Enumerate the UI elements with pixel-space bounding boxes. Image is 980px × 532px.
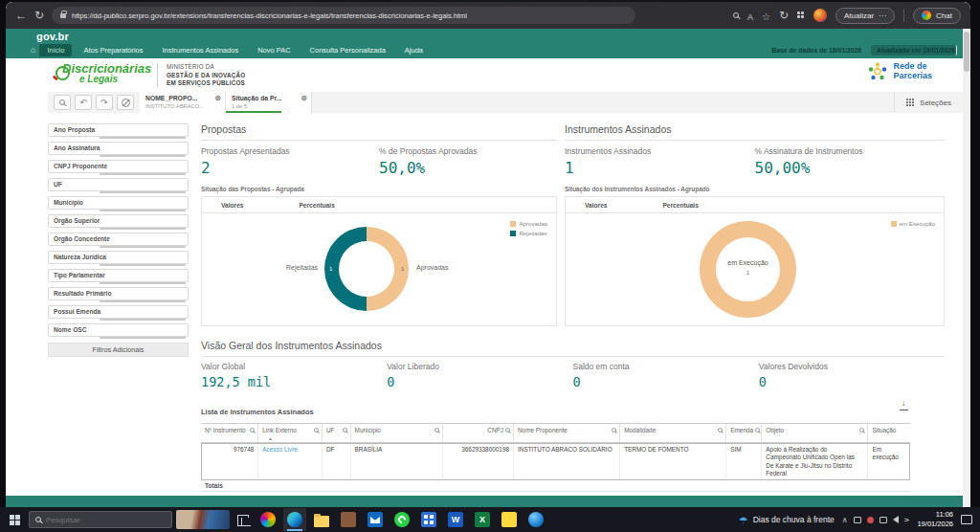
tray-app-icon[interactable] xyxy=(880,517,887,523)
taskbar-edge[interactable] xyxy=(283,508,306,531)
filter-ano-assinatura[interactable]: Ano Assinatura xyxy=(48,142,189,155)
column-search-icon[interactable] xyxy=(505,428,510,432)
back-icon[interactable] xyxy=(15,10,27,21)
filter-municipio[interactable]: Município xyxy=(48,196,189,210)
filter-natureza-juridica[interactable]: Natureza Jurídica xyxy=(48,251,189,264)
chip-close-icon[interactable] xyxy=(301,94,307,102)
download-icon[interactable] xyxy=(900,400,910,410)
cell-modalidade[interactable]: TERMO DE FOMENTO xyxy=(619,443,725,480)
toggle-percentuais[interactable]: Percentuais xyxy=(662,202,698,209)
taskbar-search[interactable] xyxy=(29,511,172,528)
toggle-valores[interactable]: Valores xyxy=(585,202,607,209)
col-header-cnpj[interactable]: CNPJ xyxy=(442,424,513,442)
cell-objeto[interactable]: Apoio à Realização do Campeonato Unifica… xyxy=(761,443,867,480)
col-header-uf[interactable]: UF xyxy=(322,424,350,442)
read-aloud-icon[interactable] xyxy=(747,7,753,24)
start-button[interactable] xyxy=(4,509,25,530)
cell-municipio[interactable]: BRASÍLIA xyxy=(350,443,442,480)
widgets-thumbnail[interactable] xyxy=(176,510,230,529)
step-back-button[interactable] xyxy=(75,95,92,110)
taskbar-store[interactable] xyxy=(337,508,360,531)
col-header-nome-proponente[interactable]: Nome Proponente xyxy=(513,424,619,442)
taskbar-sticky-notes[interactable] xyxy=(498,508,521,531)
column-search-icon[interactable] xyxy=(859,428,864,432)
nav-ajuda[interactable]: Ajuda xyxy=(397,44,431,56)
more-options-icon[interactable] xyxy=(879,11,886,20)
col-header-objeto[interactable]: Objeto xyxy=(761,424,867,442)
cell-cnpj[interactable]: 36629338000198 xyxy=(442,443,513,480)
nav-consulta-personalizada[interactable]: Consulta Personalizada xyxy=(302,44,393,56)
legend-aprovadas[interactable]: Aprovadas xyxy=(510,220,547,227)
filter-cnpj-proponente[interactable]: CNPJ Proponente xyxy=(48,160,189,173)
cell-n-instrumento[interactable]: 976748 xyxy=(201,443,257,480)
address-bar[interactable]: https://dd-publico.serpro.gov.br/extensi… xyxy=(52,7,635,24)
taskbar-browser-ball[interactable] xyxy=(524,508,547,531)
filter-orgao-superior[interactable]: Órgão Superior xyxy=(48,214,189,228)
col-header-modalidade[interactable]: Modalidade xyxy=(619,424,725,442)
clear-selections-button[interactable] xyxy=(117,95,134,110)
extensions-icon[interactable] xyxy=(797,11,805,19)
toggle-percentuais[interactable]: Percentuais xyxy=(299,202,334,209)
sync-icon[interactable] xyxy=(779,10,789,21)
atualizar-button[interactable]: Atualizar xyxy=(835,8,895,24)
task-view-button[interactable] xyxy=(234,510,253,529)
weather-widget[interactable]: Dias de chuva à frente xyxy=(739,511,835,528)
tray-display-icon[interactable] xyxy=(854,517,861,523)
tray-security-icon[interactable] xyxy=(867,517,874,523)
network-icon[interactable] xyxy=(902,517,911,522)
tray-chevron-icon[interactable] xyxy=(842,516,848,524)
taskbar-copilot[interactable] xyxy=(256,508,279,531)
taskbar-clock[interactable]: 11:06 19/01/2026 xyxy=(917,510,953,529)
chat-button[interactable]: Chat xyxy=(913,8,961,24)
column-search-icon[interactable] xyxy=(718,428,723,432)
column-search-icon[interactable] xyxy=(314,428,319,432)
col-header-municipio[interactable]: Município xyxy=(350,424,442,442)
col-header-situacao[interactable]: Situação xyxy=(867,424,909,442)
col-header-n-instrumento[interactable]: Nº Instrumento xyxy=(201,424,257,442)
column-search-icon[interactable] xyxy=(755,428,760,432)
column-search-icon[interactable] xyxy=(250,428,255,432)
nav-instrumentos-assinados[interactable]: Instrumentos Assinados xyxy=(155,44,247,56)
taskbar-whatsapp[interactable] xyxy=(390,508,413,531)
filter-possui-emenda[interactable]: Possuí Emenda xyxy=(48,305,189,319)
filter-chip-situacao[interactable]: Situação da Pr... 1 de 5 xyxy=(226,92,312,113)
legend-em-execucao[interactable]: em Execução xyxy=(891,220,936,227)
zoom-icon[interactable] xyxy=(733,12,739,18)
profile-avatar[interactable] xyxy=(813,9,827,22)
legend-rejeitadas[interactable]: Rejeitadas xyxy=(510,230,547,236)
nav-novo-pac[interactable]: Novo PAC xyxy=(250,44,298,56)
filter-ano-proposta[interactable]: Ano Proposta xyxy=(48,123,189,137)
column-search-icon[interactable] xyxy=(434,428,439,432)
selections-tool-button[interactable] xyxy=(54,95,71,110)
filtros-adicionais-button[interactable]: Filtros Adicionais xyxy=(48,343,189,357)
taskbar-calculator[interactable] xyxy=(417,508,440,531)
cell-emenda[interactable]: SIM xyxy=(725,443,761,480)
url-text[interactable]: https://dd-publico.serpro.gov.br/extensi… xyxy=(72,11,467,20)
filter-tipo-parlamentar[interactable]: Tipo Parlamentar xyxy=(48,269,189,282)
cell-nome-proponente[interactable]: INSTITUTO ABRACO SOLIDARIO xyxy=(513,443,619,480)
col-header-emenda[interactable]: Emenda xyxy=(725,424,761,442)
taskbar-excel[interactable]: X xyxy=(471,508,494,531)
page-scrollbar[interactable] xyxy=(963,29,970,507)
home-icon[interactable] xyxy=(31,45,35,55)
filter-nome-osc[interactable]: Nome OSC xyxy=(48,323,189,337)
favorites-icon[interactable] xyxy=(762,7,770,24)
chip-close-icon[interactable] xyxy=(214,94,221,102)
nav-atos-preparatorios[interactable]: Atos Preparatórios xyxy=(76,44,150,56)
column-search-icon[interactable] xyxy=(612,428,616,432)
search-input[interactable] xyxy=(46,516,166,524)
step-forward-button[interactable] xyxy=(96,95,113,110)
propostas-donut-chart[interactable] xyxy=(324,227,409,311)
selecoes-button[interactable]: Seleções xyxy=(894,92,963,113)
volume-icon[interactable] xyxy=(893,516,899,523)
cell-uf[interactable]: DF xyxy=(322,443,350,480)
cell-link-externo[interactable]: Acesso Livre xyxy=(257,443,322,480)
filter-orgao-concedente[interactable]: Órgão Concedente xyxy=(48,233,189,246)
taskbar-mail[interactable] xyxy=(364,508,387,531)
filter-chip-nome-proponente[interactable]: NOME_PROPO... INSTITUTO ABRACO... xyxy=(140,92,226,113)
filter-uf[interactable]: UF xyxy=(48,178,189,191)
notification-center-icon[interactable] xyxy=(961,515,972,524)
toggle-valores[interactable]: Valores xyxy=(221,202,243,209)
column-search-icon[interactable] xyxy=(343,428,347,432)
col-header-link-externo[interactable]: Link Externo xyxy=(257,424,322,442)
